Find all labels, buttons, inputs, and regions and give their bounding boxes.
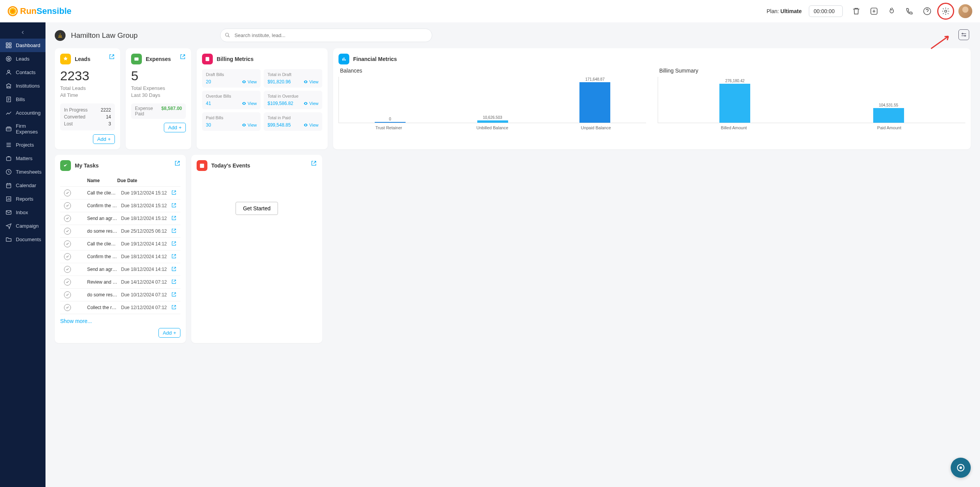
task-row[interactable]: Confirm the agreement... Due 18/12/2024 …: [60, 200, 180, 212]
sidebar-item-documents[interactable]: Documents: [0, 233, 45, 246]
check-icon[interactable]: [64, 291, 71, 298]
check-icon[interactable]: [64, 228, 71, 235]
svg-point-9: [8, 70, 10, 73]
show-more-link[interactable]: Show more...: [60, 318, 180, 324]
view-link[interactable]: View: [303, 123, 318, 127]
sidebar-item-leads[interactable]: Leads: [0, 52, 45, 66]
help-icon[interactable]: [919, 3, 935, 19]
sidebar-item-campaign[interactable]: Campaign: [0, 219, 45, 233]
chart-billing-title: Billing Summary: [658, 68, 965, 74]
sidebar-item-reports[interactable]: Reports: [0, 192, 45, 206]
expenses-icon: [131, 54, 142, 64]
check-icon[interactable]: [64, 240, 71, 247]
svg-point-18: [962, 33, 963, 34]
task-open-icon[interactable]: [171, 279, 177, 286]
financial-metrics-card: Financial Metrics Balances 010,626.50317…: [333, 48, 971, 149]
task-row[interactable]: Collect the required do... Due 12/12/202…: [60, 301, 180, 314]
view-link[interactable]: View: [303, 79, 318, 84]
task-open-icon[interactable]: [171, 215, 177, 222]
quick-add-icon[interactable]: [866, 3, 882, 19]
task-open-icon[interactable]: [171, 254, 177, 260]
expenses-count: 5: [131, 68, 186, 83]
sidebar-item-timesheets[interactable]: Timesheets: [0, 165, 45, 179]
task-open-icon[interactable]: [171, 241, 177, 247]
chart-category: Billed Amount: [658, 125, 810, 130]
expenses-add-button[interactable]: Add+: [164, 123, 186, 132]
brand-logo[interactable]: RunSensible: [8, 6, 71, 16]
tasks-add-button[interactable]: Add+: [158, 328, 180, 338]
view-link[interactable]: View: [242, 79, 257, 84]
task-open-icon[interactable]: [171, 266, 177, 273]
check-icon[interactable]: [64, 266, 71, 273]
sidebar-item-dashboard[interactable]: Dashboard: [0, 39, 45, 52]
expenses-open-icon[interactable]: [180, 54, 186, 61]
task-row[interactable]: Send an agreement Due 18/12/2024 14:12: [60, 263, 180, 276]
task-name: Send an agreement: [87, 267, 121, 272]
task-row[interactable]: Call the client for the a... Due 19/12/2…: [60, 187, 180, 200]
events-open-icon[interactable]: [311, 160, 317, 168]
svg-rect-23: [344, 57, 344, 61]
task-row[interactable]: Confirm the agreement... Due 18/12/2024 …: [60, 250, 180, 263]
task-name: do some researches a...: [87, 292, 121, 298]
task-open-icon[interactable]: [171, 190, 177, 196]
task-name: Call the client for the a...: [87, 190, 121, 196]
svg-rect-25: [200, 164, 204, 168]
check-icon[interactable]: [64, 279, 71, 286]
sidebar-item-inbox[interactable]: Inbox: [0, 206, 45, 219]
get-started-button[interactable]: Get Started: [236, 202, 278, 215]
billing-icon: [202, 54, 213, 64]
check-icon[interactable]: [64, 215, 71, 222]
sidebar-item-calendar[interactable]: Calendar: [0, 179, 45, 192]
check-icon[interactable]: [64, 304, 71, 311]
task-due: Due 14/12/2024 07:12: [121, 279, 171, 285]
check-icon[interactable]: [64, 202, 71, 209]
timer-button[interactable]: 00:00:00: [809, 5, 843, 17]
sidebar-item-bills[interactable]: Bills: [0, 93, 45, 106]
search-input[interactable]: [220, 29, 432, 42]
plan-label: Plan: Ultimate: [766, 8, 802, 14]
task-open-icon[interactable]: [171, 228, 177, 235]
leads-open-icon[interactable]: [109, 54, 115, 61]
sidebar-item-matters[interactable]: Matters: [0, 152, 45, 165]
view-link[interactable]: View: [242, 123, 257, 127]
check-icon[interactable]: [64, 253, 71, 260]
settings-icon[interactable]: [937, 3, 954, 20]
chat-fab[interactable]: [951, 458, 971, 478]
tasks-open-icon[interactable]: [174, 160, 180, 168]
brand-text-2: Sensible: [37, 6, 71, 16]
sidebar-item-institutions[interactable]: Institutions: [0, 79, 45, 93]
leads-count: 2233: [60, 68, 115, 83]
task-open-icon[interactable]: [171, 203, 177, 209]
page-title: Hamilton Law Group: [71, 31, 138, 40]
sidebar-item-firm-expenses[interactable]: Firm Expenses: [0, 120, 45, 138]
sidebar-item-contacts[interactable]: Contacts: [0, 66, 45, 79]
task-name: Call the client for the a...: [87, 241, 121, 247]
collapse-sidebar[interactable]: [0, 26, 45, 39]
sidebar-item-projects[interactable]: Projects: [0, 138, 45, 152]
task-row[interactable]: Send an agreement Due 18/12/2024 15:12: [60, 212, 180, 225]
check-icon[interactable]: [64, 189, 71, 196]
flame-icon[interactable]: [884, 3, 899, 19]
task-due: Due 18/12/2024 15:12: [121, 216, 171, 221]
task-due: Due 18/12/2024 14:12: [121, 267, 171, 272]
leads-card: Leads 2233 Total LeadsAll Time In Progre…: [55, 48, 120, 149]
task-row[interactable]: Call the client for the a... Due 19/12/2…: [60, 238, 180, 250]
sidebar-item-accounting[interactable]: Accounting: [0, 106, 45, 120]
widget-config-button[interactable]: [958, 29, 969, 40]
svg-rect-4: [6, 43, 8, 45]
view-link[interactable]: View: [303, 101, 318, 106]
leads-add-button[interactable]: Add+: [93, 134, 115, 144]
chart-bar: [477, 120, 508, 123]
billing-metric-cell: Total in Overdue $109,586.82 View: [264, 91, 322, 109]
trash-icon[interactable]: [849, 3, 864, 19]
task-row[interactable]: Review and prepare th... Due 14/12/2024 …: [60, 276, 180, 289]
task-open-icon[interactable]: [171, 292, 177, 298]
view-link[interactable]: View: [242, 101, 257, 106]
phone-icon[interactable]: [902, 3, 917, 19]
task-row[interactable]: do some researches a... Due 10/12/2024 0…: [60, 289, 180, 301]
task-due: Due 19/12/2024 14:12: [121, 241, 171, 247]
financial-icon: [338, 54, 349, 64]
task-row[interactable]: do some researches a... Due 25/12/2025 0…: [60, 225, 180, 238]
avatar[interactable]: [958, 4, 972, 18]
task-open-icon[interactable]: [171, 304, 177, 311]
